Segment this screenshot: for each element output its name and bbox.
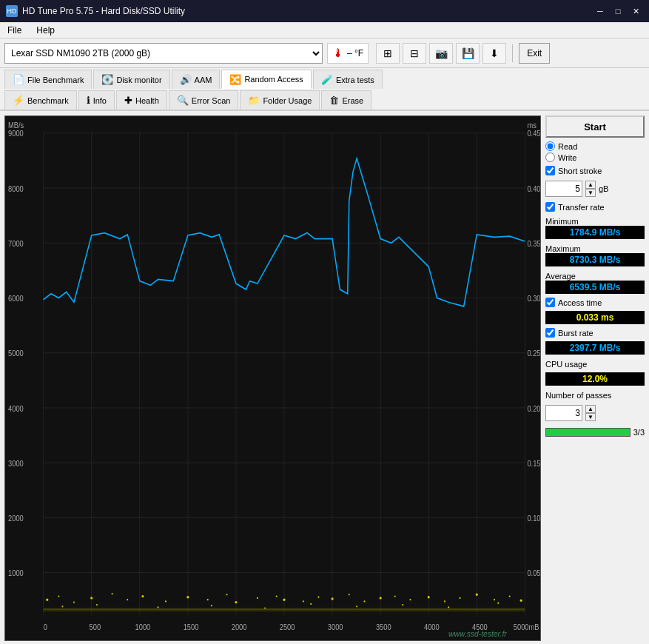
tab-benchmark[interactable]: ⚡ Benchmark <box>4 90 77 110</box>
read-radio[interactable] <box>545 141 555 151</box>
title-bar: HD HD Tune Pro 5.75 - Hard Disk/SSD Util… <box>0 0 649 22</box>
passes-progress-container: 3/3 <box>545 428 645 437</box>
short-stroke-checkbox-label[interactable]: Short stroke <box>545 166 645 175</box>
svg-point-74 <box>409 599 411 600</box>
tab-error-scan[interactable]: 🔍 Error Scan <box>169 90 239 110</box>
burst-rate-checkbox[interactable] <box>545 328 555 338</box>
svg-text:1000: 1000 <box>8 569 24 578</box>
num-passes-spinner-row: ▲ ▼ <box>545 405 645 421</box>
svg-text:3500: 3500 <box>376 623 391 632</box>
short-stroke-spinner-row: ▲ ▼ gB <box>545 181 645 197</box>
aam-icon: 🔊 <box>180 74 192 85</box>
svg-point-58 <box>141 595 144 597</box>
svg-point-90 <box>448 606 449 608</box>
svg-text:2000: 2000 <box>232 623 247 632</box>
drive-selector[interactable]: Lexar SSD NM1090 2TB (2000 gB) <box>4 43 323 64</box>
short-stroke-input[interactable] <box>545 181 582 197</box>
svg-point-71 <box>363 600 365 602</box>
start-button[interactable]: Start <box>545 115 645 138</box>
read-write-group: Read Write <box>545 141 645 162</box>
folder-usage-icon: 📁 <box>248 95 260 106</box>
svg-point-77 <box>460 597 461 599</box>
right-panel: Start Read Write Short stroke ▲ ▼ gB <box>545 111 649 644</box>
tab-error-scan-label: Error Scan <box>192 96 231 105</box>
chart-container: MB/s 9000 8000 7000 6000 5000 4000 3000 … <box>4 115 541 641</box>
cpu-usage-value: 12.0% <box>545 372 645 386</box>
menu-help[interactable]: Help <box>33 24 58 37</box>
svg-text:8000: 8000 <box>8 184 24 193</box>
short-stroke-increment[interactable]: ▲ <box>585 181 596 189</box>
svg-text:1500: 1500 <box>184 623 199 632</box>
svg-text:7000: 7000 <box>8 239 24 248</box>
tab-disk-monitor[interactable]: 💽 Disk monitor <box>93 70 169 89</box>
window-controls: ─ □ ✕ <box>593 4 643 19</box>
svg-point-88 <box>356 606 357 607</box>
tab-random-access[interactable]: 🔀 Random Access <box>221 70 311 89</box>
short-stroke-decrement[interactable]: ▼ <box>585 189 596 197</box>
tab-erase[interactable]: 🗑 Erase <box>321 90 371 110</box>
write-radio[interactable] <box>545 152 555 162</box>
num-passes-decrement[interactable]: ▼ <box>585 413 596 421</box>
transfer-rate-checkbox[interactable] <box>545 202 555 212</box>
menu-file[interactable]: File <box>4 24 24 37</box>
transfer-rate-checkbox-label[interactable]: Transfer rate <box>545 202 645 212</box>
svg-point-69 <box>332 597 334 600</box>
svg-text:0.10: 0.10 <box>527 514 540 523</box>
passes-progress-fill <box>546 429 630 436</box>
access-time-checkbox[interactable] <box>545 298 555 307</box>
short-stroke-unit: gB <box>599 184 608 193</box>
svg-text:5000: 5000 <box>8 349 24 358</box>
tab-file-benchmark-label: File Benchmark <box>27 76 84 84</box>
average-value: 6539.5 MB/s <box>545 281 645 294</box>
passes-progress-label: 3/3 <box>633 428 645 437</box>
num-passes-input[interactable] <box>545 405 582 421</box>
save-icon-btn[interactable]: 💾 <box>456 43 480 64</box>
tab-extra-tests[interactable]: 🧪 Extra tests <box>313 70 383 89</box>
maximum-value: 8730.3 MB/s <box>545 253 645 266</box>
svg-text:0.35: 0.35 <box>527 239 540 248</box>
toolbar: Lexar SSD NM1090 2TB (2000 gB) 🌡 – °F ⊞ … <box>0 38 649 68</box>
svg-text:0.40: 0.40 <box>527 184 540 193</box>
svg-point-91 <box>497 603 499 604</box>
svg-text:5000mB: 5000mB <box>514 623 539 632</box>
tab-info[interactable]: ℹ Info <box>78 90 115 110</box>
average-group: Average 6539.5 MB/s <box>545 270 645 294</box>
error-scan-icon: 🔍 <box>177 95 189 106</box>
read-radio-label[interactable]: Read <box>545 141 645 151</box>
burst-rate-checkbox-label[interactable]: Burst rate <box>545 328 645 338</box>
tab-aam-label: AAM <box>195 76 212 84</box>
burst-rate-label: Burst rate <box>558 329 593 338</box>
svg-text:2000: 2000 <box>8 514 24 523</box>
benchmark-icon: ⚡ <box>13 95 24 106</box>
transfer-rate-label: Transfer rate <box>558 203 605 212</box>
maximize-button[interactable]: □ <box>611 4 625 19</box>
download-icon-btn[interactable]: ⬇ <box>482 43 506 64</box>
file-benchmark-icon: 📄 <box>13 74 24 85</box>
svg-rect-93 <box>44 608 525 610</box>
svg-rect-0 <box>5 116 540 640</box>
svg-text:3000: 3000 <box>328 623 343 632</box>
short-stroke-checkbox[interactable] <box>545 166 555 175</box>
copy-icon-btn[interactable]: ⊞ <box>376 43 400 64</box>
main-content: MB/s 9000 8000 7000 6000 5000 4000 3000 … <box>0 111 649 644</box>
tab-folder-usage[interactable]: 📁 Folder Usage <box>240 90 320 110</box>
access-time-checkbox-label[interactable]: Access time <box>545 298 645 307</box>
svg-text:ms: ms <box>527 121 536 130</box>
minimize-button[interactable]: ─ <box>593 4 608 19</box>
tab-aam[interactable]: 🔊 AAM <box>172 70 221 89</box>
num-passes-increment[interactable]: ▲ <box>585 405 596 413</box>
menu-bar: File Help <box>0 22 649 38</box>
access-time-value: 0.033 ms <box>545 311 645 324</box>
grid-icon-btn[interactable]: ⊟ <box>403 43 426 64</box>
camera-icon-btn[interactable]: 📷 <box>429 43 453 64</box>
close-button[interactable]: ✕ <box>628 4 643 19</box>
exit-button[interactable]: Exit <box>519 43 550 64</box>
svg-text:4000: 4000 <box>8 404 24 413</box>
maximum-group: Maximum 8730.3 MB/s <box>545 243 645 266</box>
tab-file-benchmark[interactable]: 📄 File Benchmark <box>4 70 92 89</box>
tab-health[interactable]: ✚ Health <box>116 90 167 110</box>
write-radio-label[interactable]: Write <box>545 152 645 162</box>
svg-point-68 <box>317 597 319 598</box>
num-passes-label: Number of passes <box>545 391 645 400</box>
svg-point-81 <box>520 600 522 602</box>
